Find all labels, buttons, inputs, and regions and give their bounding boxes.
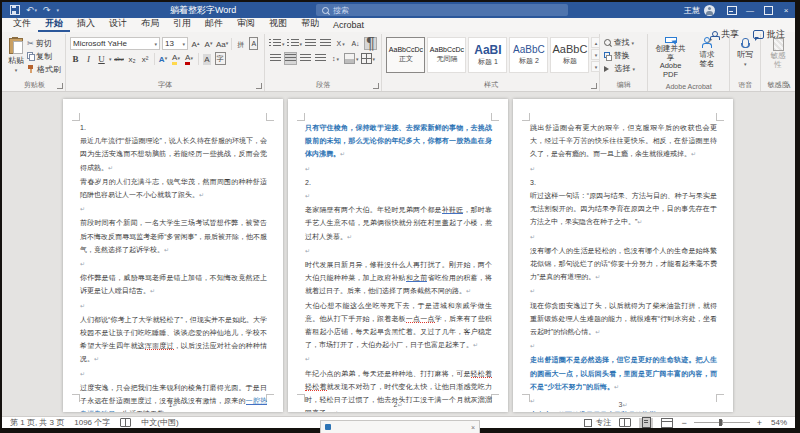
underline-dropdown-icon[interactable]: ▾ [109,56,112,62]
request-signature-button[interactable]: 请求 签名 [689,36,726,79]
page-2[interactable]: 只有守住棱角，保持敢于迎接、去探索新鲜的事物，去挑战眼前的未知，那么无论你的年纪… [288,99,508,412]
paragraph[interactable]: 跳出舒适圈会有更大的艰辛，但克服艰辛后的收获也会更大，经过千辛万苦的快乐往往更快… [530,121,717,162]
qat-customize-button[interactable]: ▾ [57,8,60,13]
word-count[interactable]: 1096 个字 [74,417,110,428]
collapse-ribbon-icon[interactable]: ∧ [786,82,791,90]
paragraph[interactable]: 你作弊是错，威胁辱骂老师是错上加错，不知悔改竟然还上诉更是让人瞠目结舌。↵ [80,271,267,298]
select-button[interactable]: 选择▾ [604,62,643,75]
page-info[interactable]: 第 1 页, 共 3 页 [10,417,64,428]
tab-邮件[interactable]: 邮件 [198,16,230,32]
paragraph[interactable]: 只有守住棱角，保持敢于迎接、去探索新鲜的事物，去挑战眼前的未知，那么无论你的年纪… [305,121,492,162]
styles-dialog-launcher[interactable] [591,83,597,89]
ribbon-display-options-button[interactable] [723,2,741,18]
paragraph[interactable]: 3. [530,176,717,189]
font-color-button[interactable]: A▾ [184,52,195,65]
grow-font-button[interactable]: A▴ [190,37,201,50]
shading-button[interactable]: ▾ [344,52,359,65]
replace-button[interactable]: 替换 [604,49,643,62]
proofing-icon[interactable] [120,418,131,427]
paragraph[interactable]: 时代发展日新月异，修鞋没什么人再打扰了。刚开始，两个大伯只能种种菜，加上政府补贴… [305,258,492,299]
paste-dropdown-icon[interactable]: ▾ [15,67,18,73]
cut-button[interactable]: ✂剪切 [27,37,61,49]
asian-layout-button[interactable]: X▾ [334,37,347,50]
paragraph[interactable]: ↵ [530,162,717,176]
style-card-标题 2[interactable]: AaBbC标题 2 [509,37,548,73]
tab-视图[interactable]: 视图 [262,16,294,32]
paragraph[interactable]: 走出舒适圈不是必然选择，但它是更好的生命轨迹。把人生的圆画大一点，以后回头看，里… [530,353,717,394]
zoom-level[interactable]: 54% [769,418,787,427]
document-canvas[interactable]: 1.最近几年流行“舒适圈理论”，说人长久待在舒服的环境下，会因为生活安逸而不想动… [2,92,795,416]
user-name[interactable]: 王慧 [684,5,704,16]
paragraph[interactable]: 老家隔壁有两个大伯。年轻时兄弟两个都是补鞋匠，那时靠手艺人生意不错，兄弟俩很快就… [305,203,492,244]
tab-帮助[interactable]: 帮助 [294,16,326,32]
paragraph[interactable]: ↵ [530,230,717,244]
style-card-正文[interactable]: AaBbCcDc正文 [386,37,425,73]
style-card-无间隔[interactable]: AaBbCcDc无间隔 [427,37,466,73]
paragraph[interactable]: ↵ [305,244,492,258]
align-justify-button[interactable] [284,52,297,65]
clipboard-dialog-launcher[interactable] [57,83,63,89]
italic-button[interactable]: I [83,52,94,65]
paragraph[interactable]: ↵ [305,352,492,366]
paragraph[interactable]: ↵ [530,339,717,353]
tab-文件[interactable]: 文件 [6,16,38,32]
notification-close-icon[interactable]: × [471,424,475,431]
paragraph[interactable]: ↵ [80,257,267,271]
shrink-font-button[interactable]: A▾ [203,37,214,50]
paragraph[interactable]: 1. [80,121,267,134]
maximize-button[interactable] [759,2,777,18]
save-button[interactable] [10,5,20,15]
character-shading-button[interactable]: A [202,52,213,65]
zoom-in-button[interactable]: + [757,418,762,428]
phonetic-guide-button[interactable]: 拼 [235,37,246,50]
enclose-characters-button[interactable]: 字 [215,52,226,65]
bold-button[interactable]: B [70,52,81,65]
paragraph[interactable]: 大伯心想不能这么坐吃等死下去，于是进城和亲戚学做生意。他从打下手开始，跟着老板一… [305,299,492,353]
paragraph[interactable]: 没有哪个人的生活是轻松的，也没有哪个人的生命是始终繁花似锦，那句说烂了的话“你要… [530,244,717,285]
paragraph[interactable]: ↵ [80,299,267,313]
paste-button[interactable]: 粘贴 ▾ [8,36,24,79]
focus-button[interactable]: 专注 [584,417,611,428]
tab-设计[interactable]: 设计 [102,16,134,32]
outdent-button[interactable] [304,37,317,50]
tab-布局[interactable]: 布局 [134,16,166,32]
font-size-combo[interactable]: 13▾ [162,37,188,50]
paragraph[interactable]: 现在你贪图安逸过了头，以后就得为了柴米油盐打拼，就得重新锻炼处理人生难题的能力，… [530,299,717,340]
tab-审阅[interactable]: 审阅 [230,16,262,32]
styles-more-icon[interactable]: ▾ [591,61,600,72]
tab-开始[interactable]: 开始 [38,16,70,32]
create-pdf-button[interactable]: 创建并共享 Adobe PDF [652,36,689,79]
sort-button[interactable]: A↓ [349,37,362,50]
paragraph[interactable]: ↵ [80,202,267,216]
read-mode-button[interactable] [618,418,632,428]
bullets-button[interactable]: ▾ [269,37,285,50]
line-spacing-button[interactable]: ↕▾ [329,52,342,65]
numbering-button[interactable]: ▾ [287,37,303,50]
web-layout-button[interactable] [660,418,674,428]
text-effects-button[interactable]: A▾ [158,52,169,65]
align-left-button[interactable] [269,52,282,65]
tab-引用[interactable]: 引用 [166,16,198,32]
tab-插入[interactable]: 插入 [70,16,102,32]
undo-dropdown-icon[interactable]: ▾ [35,8,38,13]
search-box[interactable]: 搜索 [316,4,568,16]
paragraph[interactable]: ↵ [305,189,492,203]
underline-button[interactable]: U [96,52,107,65]
page-3[interactable]: 跳出舒适圈会有更大的艰辛，但克服艰辛后的收获也会更大，经过千辛万苦的快乐往往更快… [513,99,733,412]
print-layout-button[interactable] [639,418,653,428]
zoom-slider-thumb[interactable] [719,419,722,426]
subscript-button[interactable]: x₂ [127,52,138,65]
tab-Acrobat[interactable]: Acrobat [326,19,371,32]
font-family-combo[interactable]: Microsoft YaHe▾ [70,37,160,50]
align-right-button[interactable] [314,52,327,65]
superscript-button[interactable]: x² [140,52,151,65]
language-status[interactable]: 中文(中国) [141,417,178,428]
paragraph[interactable]: 走出去，外面的世界尽是春风秋月的绚烂。↵ [530,408,717,412]
zoom-out-button[interactable]: − [681,418,686,428]
paragraph[interactable]: 2. [305,176,492,189]
style-card-标题 1[interactable]: AaBI标题 1 [468,37,507,73]
paragraph[interactable]: 最近几年流行“舒适圈理论”，说人长久待在舒服的环境下，会因为生活安逸而不想动脑筋… [80,134,267,175]
borders-button[interactable]: ▾ [361,52,376,65]
close-button[interactable]: × [777,2,795,18]
paragraph[interactable]: ↵ [530,284,717,298]
